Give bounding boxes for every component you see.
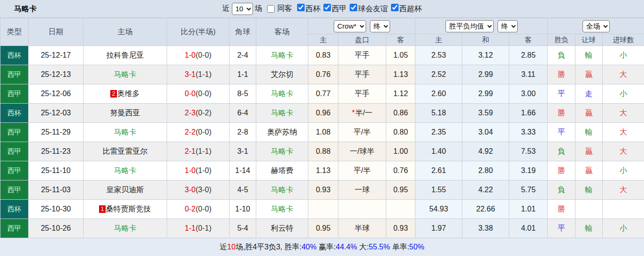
period-select[interactable]: 全场: [583, 20, 610, 32]
rank-badge: 2: [110, 90, 116, 98]
sub-header-cell: 让球: [575, 34, 603, 46]
asia-away-odds: 0.93: [386, 219, 415, 238]
match-date: 25-11-29: [29, 123, 84, 142]
corner-cell: 1-1: [230, 65, 256, 84]
match-date: 25-10-30: [29, 200, 84, 219]
competition-label: 西甲: [332, 5, 347, 13]
result-wdl: 勝: [548, 104, 575, 123]
away-team-name: 赫塔费: [271, 166, 293, 174]
home-team-cell: 2奥维多: [84, 84, 167, 104]
europe-home-odds: 1.40: [415, 142, 462, 161]
odds-company-select[interactable]: Crow*: [334, 20, 366, 32]
corner-cell: 8-5: [230, 84, 256, 104]
away-team-name: 奥萨苏纳: [267, 128, 297, 136]
home-team-name: 皇家贝迪斯: [107, 186, 144, 194]
table-row: 西甲25-12-062奥维多0-0(0-0)8-5马略卡0.77平手1.122.…: [0, 84, 644, 104]
result-handicap: 輸: [575, 219, 603, 238]
result-goals: 大: [603, 123, 644, 142]
odds-time-select[interactable]: 终: [370, 20, 390, 32]
home-team-name: 桑特贾斯竞技: [106, 205, 151, 213]
europe-away-odds: 4.01: [509, 219, 548, 238]
competition-checkbox[interactable]: [323, 4, 331, 11]
asia-away-odds: 0.95: [386, 181, 415, 200]
handicap-text: 平手: [355, 90, 370, 98]
team-title: 马略卡: [14, 0, 37, 17]
europe-odds-header: 胜平负均值 终: [415, 18, 548, 34]
table-row: 西甲25-11-23比雷亚雷亚尔2-1(1-1)3-1马略卡0.88一/球半1.…: [0, 142, 644, 161]
match-type-badge: 西甲: [0, 161, 29, 181]
competition-filters: 西杯西甲球会友谊西超杯: [294, 4, 422, 14]
result-wdl: 勝: [548, 161, 575, 181]
summary-segment: 场,胜4平3负3, 胜率:: [236, 243, 301, 251]
match-type-badge: 西甲: [0, 219, 29, 238]
half-score: (0-0): [196, 51, 212, 59]
europe-home-odds: 1.55: [415, 181, 462, 200]
asia-home-odds: [308, 200, 338, 219]
corner-cell: 5-4: [230, 219, 256, 238]
corner-cell: 1-10: [230, 200, 256, 219]
away-team-name: 艾尔切: [271, 70, 293, 78]
result-handicap: [575, 200, 603, 219]
col-type: 类型: [0, 18, 29, 46]
col-home: 主场: [84, 18, 167, 46]
europe-draw-odds: 3.38: [462, 219, 509, 238]
asia-home-odds: 0.95: [308, 219, 338, 238]
summary-segment: 50%: [409, 243, 424, 251]
score-cell: 1-0(0-0): [167, 46, 230, 65]
result-handicap: 輸: [575, 123, 603, 142]
result-handicap: 輸: [575, 181, 603, 200]
result-handicap: 贏: [575, 161, 603, 181]
half-score: (0-1): [196, 224, 212, 232]
summary-footer: 近10场,胜4平3负3, 胜率:40% 赢率:44.4% 大:55.5% 单率:…: [0, 238, 644, 256]
asia-handicap: 一球: [338, 181, 386, 200]
europe-away-odds: 3.00: [509, 84, 548, 104]
result-goals: 大: [603, 65, 644, 84]
score-cell: 2-3(0-2): [167, 104, 230, 123]
europe-draw-odds: 3.04: [462, 123, 509, 142]
result-handicap: 輸: [575, 46, 603, 65]
match-type-badge: 西甲: [0, 142, 29, 161]
competition-checkbox[interactable]: [297, 4, 305, 11]
corner-cell: 2-4: [230, 46, 256, 65]
full-score: 0-2: [185, 205, 196, 213]
table-row: 西甲25-11-03皇家贝迪斯3-0(3-0)4-5马略卡0.93一球0.951…: [0, 181, 644, 200]
full-score: 3-0: [185, 186, 196, 194]
competition-checkbox[interactable]: [391, 4, 399, 11]
europe-time-select[interactable]: 终: [498, 20, 518, 32]
col-corner: 角球: [230, 18, 256, 46]
half-score: (1-0): [196, 166, 212, 174]
handicap-text: 平手: [355, 51, 370, 59]
sub-header-cell: 客: [386, 34, 415, 46]
away-team-cell: 马略卡: [256, 142, 308, 161]
result-handicap: 贏: [575, 65, 603, 84]
home-team-name: 奥维多: [117, 90, 140, 98]
competition-checkbox[interactable]: [350, 4, 357, 11]
same-away-checkbox[interactable]: [267, 5, 275, 13]
europe-type-select[interactable]: 胜平负均值: [445, 20, 494, 32]
games-label: 场: [255, 4, 262, 14]
result-wdl: 負: [548, 46, 575, 65]
recent-count-select[interactable]: 10: [232, 3, 253, 15]
asia-handicap: 平手: [338, 46, 386, 65]
asia-away-odds: 1.00: [386, 142, 415, 161]
europe-away-odds: 7.53: [509, 142, 548, 161]
asia-home-odds: 1.13: [308, 161, 338, 181]
asia-away-odds: [386, 200, 415, 219]
competition-label: 西杯: [306, 5, 321, 13]
handicap-text: 半/一: [355, 109, 372, 117]
sub-header-cell: 主: [308, 34, 338, 46]
result-wdl: 平: [548, 84, 575, 104]
score-cell: 3-1(1-1): [167, 65, 230, 84]
result-header: 全场: [548, 18, 644, 34]
score-cell: 1-0(1-0): [167, 161, 230, 181]
summary-segment: 40%: [301, 243, 316, 251]
europe-away-odds: 3.19: [509, 161, 548, 181]
handicap-text: 平/半: [353, 128, 370, 136]
corner-cell: 1-14: [230, 161, 256, 181]
asia-handicap: 半球: [338, 219, 386, 238]
match-date: 25-11-23: [29, 142, 84, 161]
result-wdl: 平: [548, 219, 575, 238]
asia-odds-header: Crow* 终: [308, 18, 415, 34]
home-team-cell: 努曼西亚: [84, 104, 167, 123]
asia-home-odds: 0.77: [308, 84, 338, 104]
